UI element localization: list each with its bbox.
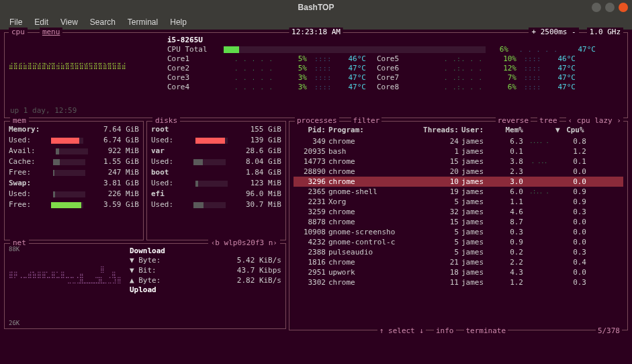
process-row[interactable]: 20935bash1james0.11.2 — [294, 146, 623, 156]
process-row[interactable]: 3296chrome10james3.00.0 — [294, 177, 623, 187]
menu-tab[interactable]: menu — [40, 28, 63, 36]
tree-tab[interactable]: tree — [537, 116, 559, 125]
menu-edit[interactable]: Edit — [29, 16, 54, 28]
mem-row: efi96.0 MiB — [151, 189, 281, 199]
cpu-history-graph: ⢀⢀ ⡀⢀⡀⣀⢀⡀ ⣀⢀⡀⡀⣀⡀⢀⣀⢀⣀⡀⢀ ⣾⣿⣾⣷⣿⣿⣾⣿⣾⣿⣾⣷⣿⣿⣿⣿⣾… — [9, 36, 163, 115]
net-iface[interactable]: ‹b wlp0s20f3 n› — [208, 238, 280, 247]
process-row[interactable]: 3302chrome11james1.20.3 — [294, 277, 623, 287]
update-interval[interactable]: + 2500ms - — [529, 28, 578, 36]
mem-row: Avail:922 MiB — [9, 146, 139, 156]
process-row[interactable]: 2365gnome-shell19james6.0.:.. .0.9 — [294, 187, 623, 197]
upload-heading: Upload — [130, 285, 281, 294]
net-panel: net ‹b wlp0s20f3 n› 88K ⢀ ⡀ ⢀ ⡀ ⣿ ⣿⠿⢀⣀⣾⣷… — [4, 243, 286, 329]
download-heading: Download — [130, 246, 281, 255]
window-controls — [592, 3, 628, 12]
terminate-button[interactable]: terminate — [464, 326, 508, 335]
mem-row: Cache:1.55 GiB — [9, 156, 139, 167]
process-row[interactable]: 2231Xorg5james1.10.9 — [294, 197, 623, 207]
cpu-freq: 1.0 GHz — [587, 28, 623, 36]
menu-terminal[interactable]: Terminal — [122, 16, 163, 28]
mem-row: Used:30.7 MiB — [151, 199, 281, 210]
processes-tab[interactable]: processes — [295, 116, 339, 125]
process-row[interactable]: 28890chrome20james2.30.0 — [294, 167, 623, 177]
arrow-icon: ▲ — [130, 276, 134, 285]
close-icon[interactable] — [619, 3, 628, 12]
mem-row: Memory:7.64 GiB — [9, 124, 139, 135]
arrow-icon: ▼ — [130, 266, 134, 275]
process-row[interactable]: 3259chrome32james4.60.3 — [294, 207, 623, 217]
mem-row: Used:6.74 GiB — [9, 135, 139, 146]
menu-help[interactable]: Help — [165, 16, 192, 28]
mem-row: Used:226 MiB — [9, 189, 139, 199]
mem-row: Free:3.59 GiB — [9, 199, 139, 210]
select-hint: ↑ select ↓ — [377, 326, 426, 335]
info-button[interactable]: info — [434, 326, 456, 335]
mem-tab[interactable]: mem — [10, 116, 29, 125]
arrow-icon: ▼ — [130, 256, 134, 265]
clock: 12:23:18 AM — [289, 28, 343, 36]
process-row[interactable]: 2951upwork18james4.30.0 — [294, 267, 623, 277]
cpu-model: i5-8265U — [167, 36, 203, 45]
mem-row: root155 GiB — [151, 124, 281, 135]
menu-file[interactable]: File — [4, 16, 28, 28]
process-header: Pid: Program: Threads: User: Mem% ▼ Cpu% — [294, 124, 623, 136]
process-row[interactable]: 8878chrome15james8.70.0 — [294, 217, 623, 227]
mem-row: Used:123 MiB — [151, 178, 281, 189]
uptime: up 1 day, 12:59 — [10, 106, 77, 115]
process-row[interactable]: 1816chrome21james2.20.4 — [294, 257, 623, 267]
mem-row: var28.6 GiB — [151, 146, 281, 156]
titlebar: BashTOP — [0, 0, 632, 15]
net-row: ▼ Byte:5.42 KiB/s — [130, 255, 281, 265]
mem-panel: mem Memory:7.64 GiBUsed:6.74 GiBAvail:92… — [4, 121, 144, 240]
cpu-panel: cpu menu 12:23:18 AM + 2500ms - 1.0 GHz … — [4, 32, 628, 118]
mem-row: Used:139 GiB — [151, 135, 281, 146]
cpu-tab[interactable]: cpu — [9, 28, 28, 36]
disks-tab[interactable]: disks — [152, 116, 180, 125]
net-graph: 88K ⢀ ⡀ ⢀ ⡀ ⣿ ⣿⠿⢀⣀⣾⣷⣿⣿⣀⣿⣀⣿⣀⣀⢀⣶ ⣀ ⢀⣿ ⠉⠁⠈⠉… — [9, 246, 123, 326]
mem-row: Used:8.04 GiB — [151, 156, 281, 167]
menu-search[interactable]: Search — [85, 16, 121, 28]
processes-panel: processes filter reverse tree ‹ cpu lazy… — [289, 121, 628, 330]
mem-row: boot1.84 GiB — [151, 167, 281, 178]
net-row: ▲ Byte:2.82 KiB/s — [130, 275, 281, 285]
process-row[interactable]: 349chrome24james6.3.... .0.8 — [294, 136, 623, 146]
reverse-tab[interactable]: reverse — [496, 116, 531, 125]
disks-panel: disks root155 GiBUsed:139 GiBvar28.6 GiB… — [146, 121, 286, 240]
net-row: ▼ Bit:43.7 Kibps — [130, 265, 281, 275]
sort-arrow-icon: ▼ — [555, 126, 560, 134]
maximize-icon[interactable] — [605, 3, 615, 12]
window-title: BashTOP — [298, 3, 334, 12]
filter-tab[interactable]: filter — [351, 116, 382, 125]
menu-view[interactable]: View — [55, 16, 83, 28]
process-count: 5/378 — [596, 326, 622, 335]
sort-tab[interactable]: ‹ cpu lazy › — [566, 116, 623, 125]
process-row[interactable]: 10908gnome-screensho5james0.30.0 — [294, 227, 623, 237]
process-row[interactable]: 14773chrome15james3.8. ...0.1 — [294, 156, 623, 167]
process-row[interactable]: 2388pulseaudio5james0.20.3 — [294, 247, 623, 257]
mem-row: Swap:3.81 GiB — [9, 178, 139, 189]
minimize-icon[interactable] — [592, 3, 601, 12]
mem-row: Free:247 MiB — [9, 167, 139, 178]
process-row[interactable]: 4232gnome-control-c5james0.90.0 — [294, 237, 623, 247]
